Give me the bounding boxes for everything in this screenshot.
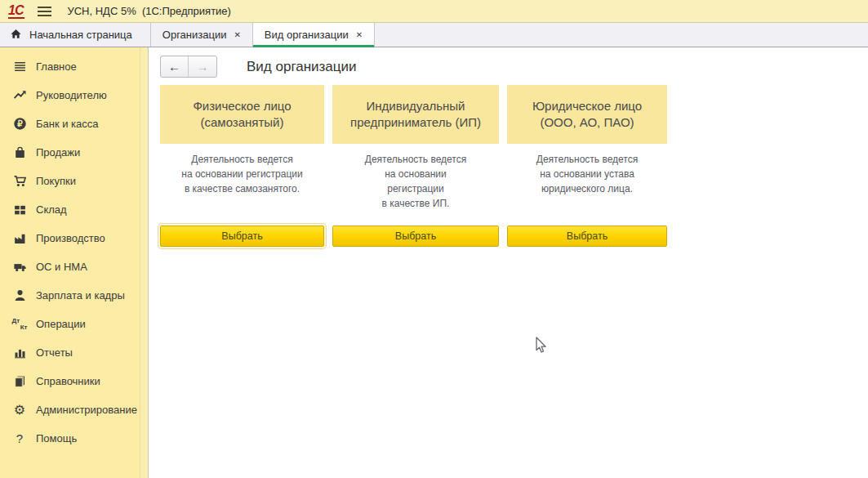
select-button-self-employed[interactable]: Выбрать xyxy=(160,226,324,247)
sidebar-item-manager[interactable]: Руководителю xyxy=(0,81,148,109)
tab-home-page[interactable]: Начальная страница xyxy=(0,23,151,47)
sidebar-item-fixed-assets[interactable]: ОС и НМА xyxy=(0,252,148,281)
sidebar-item-sales[interactable]: Продажи xyxy=(0,138,148,167)
window-titlebar: 1С УСН, НДС 5% (1С:Предприятие) xyxy=(0,0,868,23)
bar-chart-icon xyxy=(11,346,29,360)
forward-button[interactable]: → xyxy=(189,56,216,77)
card-individual-entrepreneur: Индивидуальный предприниматель (ИП) Деят… xyxy=(332,85,499,247)
sidebar-item-label: Главное xyxy=(36,60,77,73)
trend-up-icon xyxy=(11,88,29,102)
ruble-circle-icon: ₽ xyxy=(11,117,29,131)
shopping-cart-icon xyxy=(11,174,29,188)
sidebar-item-label: Банк и касса xyxy=(36,118,99,130)
sidebar-item-label: Продажи xyxy=(36,146,80,159)
sidebar-item-label: Производство xyxy=(36,232,105,244)
sidebar-item-label: Операции xyxy=(36,318,86,330)
debit-credit-icon: ДтКт xyxy=(11,317,29,332)
card-individual-self-employed: Физическое лицо (самозанятый) Деятельнос… xyxy=(160,85,324,247)
sidebar-item-label: Отчеты xyxy=(36,346,73,359)
warehouse-grid-icon xyxy=(11,203,29,217)
window-title: УСН, НДС 5% (1С:Предприятие) xyxy=(67,5,230,17)
gear-icon: ⚙ xyxy=(11,404,29,417)
factory-icon xyxy=(11,231,29,245)
sidebar-item-label: Склад xyxy=(36,203,67,216)
menu-lines-icon xyxy=(11,60,29,74)
card-title: Индивидуальный предприниматель (ИП) xyxy=(332,85,499,144)
organization-type-cards: Физическое лицо (самозанятый) Деятельнос… xyxy=(160,85,868,247)
sidebar-item-label: Покупки xyxy=(36,175,76,187)
tab-label: Организации xyxy=(162,29,227,41)
1c-logo-icon: 1С xyxy=(8,3,24,20)
home-icon xyxy=(10,28,22,42)
card-description: Деятельность ведется на основании устава… xyxy=(507,152,667,217)
sidebar-item-bank-cash[interactable]: ₽ Банк и касса xyxy=(0,109,148,138)
sidebar-item-label: Администрирование xyxy=(36,404,137,416)
main-content: ← → Вид организации Физическое лицо (сам… xyxy=(149,47,868,478)
select-button-legal-entity[interactable]: Выбрать xyxy=(507,226,667,247)
sidebar-scrollbar[interactable] xyxy=(140,47,147,478)
close-icon[interactable]: ✕ xyxy=(234,30,240,39)
tab-organizations[interactable]: Организации ✕ xyxy=(151,23,253,47)
sidebar-item-label: Зарплата и кадры xyxy=(36,289,125,302)
card-description: Деятельность ведется на основании регист… xyxy=(160,152,324,217)
sidebar-item-administration[interactable]: ⚙ Администрирование xyxy=(0,395,148,424)
back-button[interactable]: ← xyxy=(161,56,189,77)
person-icon xyxy=(11,288,29,302)
card-description: Деятельность ведется на основании регист… xyxy=(332,152,499,217)
sidebar-item-label: Справочники xyxy=(36,375,100,387)
books-icon xyxy=(11,374,29,388)
sidebar-item-reports[interactable]: Отчеты xyxy=(0,338,148,367)
tab-organization-type[interactable]: Вид организации ✕ xyxy=(253,23,375,47)
sidebar: Главное Руководителю ₽ Банк и касса Прод… xyxy=(0,47,149,478)
sidebar-item-directories[interactable]: Справочники xyxy=(0,367,148,395)
sidebar-item-label: Помощь xyxy=(36,432,77,444)
card-title: Юридическое лицо (ООО, АО, ПАО) xyxy=(507,85,667,144)
main-menu-icon[interactable] xyxy=(38,7,51,16)
sidebar-item-help[interactable]: ? Помощь xyxy=(0,424,148,453)
sidebar-item-purchases[interactable]: Покупки xyxy=(0,167,148,195)
sidebar-item-operations[interactable]: ДтКт Операции xyxy=(0,310,148,338)
card-title: Физическое лицо (самозанятый) xyxy=(160,85,324,144)
card-legal-entity: Юридическое лицо (ООО, АО, ПАО) Деятельн… xyxy=(507,85,667,247)
sidebar-item-production[interactable]: Производство xyxy=(0,224,148,252)
sidebar-item-warehouse[interactable]: Склад xyxy=(0,195,148,224)
close-icon[interactable]: ✕ xyxy=(356,30,363,39)
tab-label: Вид организации xyxy=(265,29,349,41)
shopping-bag-icon xyxy=(11,145,29,159)
question-icon: ? xyxy=(11,432,29,444)
sidebar-item-salary-hr[interactable]: Зарплата и кадры xyxy=(0,281,148,310)
sidebar-item-label: ОС и НМА xyxy=(36,261,87,273)
select-button-entrepreneur[interactable]: Выбрать xyxy=(332,226,499,247)
svg-text:₽: ₽ xyxy=(17,119,23,128)
tab-label: Начальная страница xyxy=(29,29,132,41)
history-nav-group: ← → xyxy=(160,56,217,78)
truck-icon xyxy=(11,260,29,274)
navigation-row: ← → Вид организации xyxy=(160,56,868,78)
page-title: Вид организации xyxy=(247,59,357,75)
tab-bar: Начальная страница Организации ✕ Вид орг… xyxy=(0,23,868,47)
sidebar-item-label: Руководителю xyxy=(36,89,107,101)
sidebar-item-main[interactable]: Главное xyxy=(0,52,148,81)
